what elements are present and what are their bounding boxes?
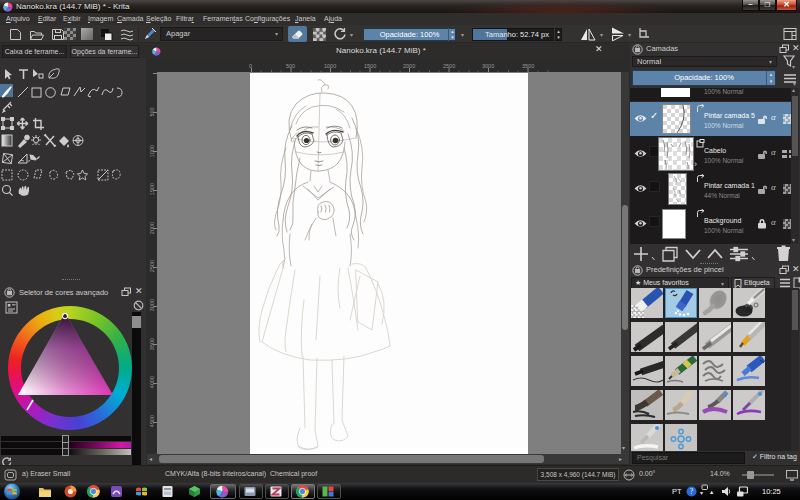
svg-text:3000: 3000 — [149, 299, 155, 311]
svg-text:4000: 4000 — [149, 376, 155, 388]
svg-text:2500: 2500 — [149, 260, 155, 272]
svg-text:1500: 1500 — [149, 183, 155, 195]
svg-text:4500: 4500 — [149, 415, 155, 427]
